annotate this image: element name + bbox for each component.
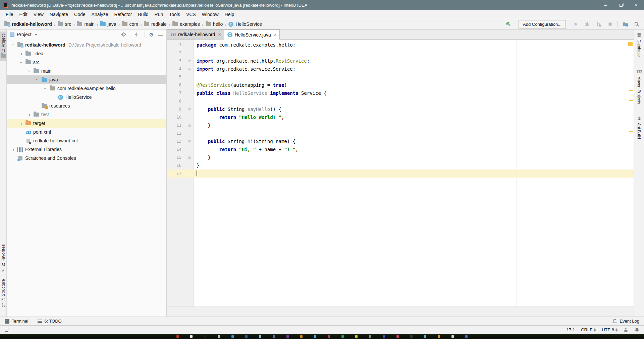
- tree-row-external-libraries[interactable]: ›External Libraries: [7, 145, 166, 154]
- breadcrumb-helloservice[interactable]: CHelloService: [227, 21, 263, 27]
- tree-row-main[interactable]: ›main: [7, 67, 166, 75]
- fold-marker-icon[interactable]: [188, 60, 191, 62]
- code-line-1[interactable]: 1package com.redkale.examples.hello;: [167, 41, 634, 49]
- inspection-profile-button[interactable]: [635, 328, 639, 332]
- breadcrumb-hello[interactable]: hello: [205, 21, 224, 27]
- taskbar-icon[interactable]: [410, 335, 413, 338]
- taskbar-icon[interactable]: [314, 335, 316, 338]
- debug-button[interactable]: [583, 20, 591, 28]
- breadcrumb-com[interactable]: com: [121, 21, 139, 27]
- breadcrumb-redkale[interactable]: redkale: [143, 21, 168, 27]
- search-everywhere-button[interactable]: [633, 20, 641, 28]
- tree-row-redkale-helloword[interactable]: ›redkale-hellowordD:\Java-Projects\redka…: [7, 41, 166, 49]
- breadcrumb-main[interactable]: main: [76, 21, 95, 27]
- taskbar-icon[interactable]: [438, 335, 440, 338]
- code-line-10[interactable]: 10 return "Hello World! ";: [167, 113, 634, 121]
- fold-marker-icon[interactable]: [188, 108, 191, 111]
- taskbar-icon[interactable]: [259, 335, 261, 338]
- tool-stripe-maven-button[interactable]: m Maven Projects: [636, 69, 642, 104]
- tree-row-target[interactable]: ›target: [7, 119, 166, 128]
- close-button[interactable]: ✕: [629, 0, 644, 10]
- code-line-16[interactable]: 16}: [167, 161, 634, 170]
- taskbar-icon[interactable]: [355, 335, 358, 338]
- taskbar-icon[interactable]: [451, 335, 454, 338]
- chevron-right-icon[interactable]: ›: [26, 112, 33, 117]
- chevron-down-icon[interactable]: ›: [35, 76, 40, 83]
- taskbar-icon[interactable]: [231, 335, 234, 338]
- locate-file-button[interactable]: [120, 30, 128, 39]
- tree-row-com-redkale-examples-hello[interactable]: ›com.redkale.examples.hello: [7, 84, 166, 93]
- taskbar-icon[interactable]: [424, 335, 426, 338]
- warning-tick[interactable]: [629, 100, 633, 101]
- todo-button[interactable]: 6: TODO: [38, 319, 62, 324]
- chevron-right-icon[interactable]: ›: [10, 147, 17, 152]
- code-line-15[interactable]: 15 }: [167, 153, 634, 161]
- menu-item-window[interactable]: Window: [199, 11, 222, 18]
- menu-item-help[interactable]: Help: [222, 11, 237, 18]
- menu-item-view[interactable]: View: [31, 11, 47, 18]
- project-structure-button[interactable]: [621, 20, 629, 28]
- menu-item-navigate[interactable]: Navigate: [47, 11, 71, 18]
- tree-row-java[interactable]: ›java: [7, 75, 166, 84]
- code-line-9[interactable]: 9 public String sayHello() {: [167, 105, 634, 113]
- menu-item-run[interactable]: Run: [152, 11, 166, 18]
- breadcrumb-java[interactable]: java: [99, 21, 117, 27]
- taskbar-icon[interactable]: [341, 335, 344, 338]
- tree-row-src[interactable]: ›src: [7, 58, 166, 67]
- close-tab-icon[interactable]: ×: [218, 32, 221, 37]
- taskbar-icon[interactable]: [245, 335, 248, 338]
- caret-position[interactable]: 17:1: [567, 327, 575, 332]
- breadcrumb-src[interactable]: src: [57, 21, 72, 27]
- hide-panel-button[interactable]: —: [158, 32, 163, 37]
- menu-item-vcs[interactable]: VCS: [183, 11, 199, 18]
- add-configuration-button[interactable]: Add Configuration...: [519, 20, 566, 28]
- tree-row-helloservice[interactable]: CHelloService: [7, 93, 166, 101]
- inspection-warnings-indicator[interactable]: [628, 42, 633, 46]
- taskbar-icon[interactable]: [218, 335, 220, 338]
- menu-item-code[interactable]: Code: [71, 11, 88, 18]
- chevron-down-icon[interactable]: ›: [11, 42, 16, 48]
- taskbar-icon[interactable]: [286, 335, 289, 338]
- stop-button[interactable]: [606, 20, 614, 28]
- chevron-right-icon[interactable]: ›: [18, 121, 25, 126]
- code-line-13[interactable]: 13 public String hi(String name) {: [167, 137, 634, 145]
- tree-row-pom-xml[interactable]: mpom.xml: [7, 128, 166, 136]
- toolwindow-toggle-icon[interactable]: [5, 328, 8, 332]
- warning-tick[interactable]: [629, 131, 633, 132]
- fold-marker-icon[interactable]: [188, 140, 191, 143]
- chevron-down-icon[interactable]: ›: [19, 59, 24, 66]
- code-line-7[interactable]: 7public class HelloService implements Se…: [167, 89, 634, 97]
- unlock-button[interactable]: [624, 327, 629, 332]
- taskbar-icon[interactable]: [369, 335, 371, 338]
- menu-item-build[interactable]: Build: [135, 11, 151, 18]
- menu-item-tools[interactable]: Tools: [166, 11, 183, 18]
- tool-stripe-favorites-button[interactable]: 2: Favorites ★: [0, 242, 6, 275]
- tool-stripe-structure-button[interactable]: 7: Structure: [0, 276, 6, 310]
- editor[interactable]: 1package com.redkale.examples.hello;23im…: [167, 40, 634, 307]
- tree-row-test[interactable]: ›test: [7, 110, 166, 119]
- menu-item-analyze[interactable]: Analyze: [89, 11, 111, 18]
- taskbar-icon[interactable]: [273, 335, 275, 338]
- menu-item-edit[interactable]: Edit: [16, 11, 31, 18]
- chevron-down-icon[interactable]: ›: [43, 85, 48, 92]
- taskbar-icon[interactable]: [328, 335, 330, 338]
- tool-stripe-database-button[interactable]: Database: [637, 33, 641, 57]
- tool-stripe-ant-button[interactable]: Ant Build: [637, 116, 641, 139]
- project-panel-title[interactable]: Project: [17, 32, 32, 37]
- taskbar-icon[interactable]: [204, 335, 206, 338]
- taskbar-icon[interactable]: [300, 335, 303, 338]
- code-line-8[interactable]: 8: [167, 97, 634, 105]
- collapse-all-button[interactable]: [132, 30, 140, 39]
- restore-button[interactable]: [613, 0, 629, 10]
- code-line-14[interactable]: 14 return "Hi, " + name + "! ";: [167, 145, 634, 153]
- code-line-5[interactable]: 5: [167, 73, 634, 81]
- code-line-3[interactable]: 3import org.redkale.net.http.RestService…: [167, 57, 634, 65]
- run-button[interactable]: [572, 20, 580, 28]
- chevron-right-icon[interactable]: ›: [18, 51, 25, 56]
- code-line-17[interactable]: 17: [167, 170, 634, 178]
- tool-stripe-project-button[interactable]: 1: Project: [0, 31, 7, 61]
- breadcrumb-redkale-helloword[interactable]: redkale-helloword: [3, 21, 53, 27]
- line-ending-selector[interactable]: CRLF: [581, 327, 596, 332]
- tab-helloservice-java[interactable]: CHelloService.java×: [224, 29, 280, 40]
- tree-row-resources[interactable]: resources: [7, 101, 166, 110]
